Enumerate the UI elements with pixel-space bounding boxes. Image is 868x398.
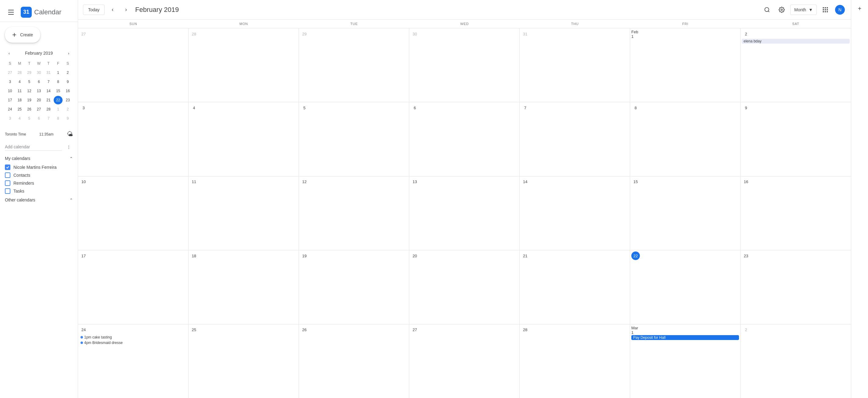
day-cell[interactable]: 6 <box>409 102 520 176</box>
mini-day-cell[interactable]: 15 <box>54 87 63 95</box>
mini-day-cell[interactable]: 5 <box>25 114 34 123</box>
day-number[interactable]: 19 <box>300 252 309 260</box>
day-number[interactable]: 4 <box>190 104 198 112</box>
calendar-item[interactable]: Contacts <box>5 171 73 179</box>
mini-day-cell[interactable]: 7 <box>44 78 53 86</box>
calendar-item[interactable]: Tasks <box>5 187 73 195</box>
day-number[interactable]: 30 <box>410 30 419 38</box>
mini-day-cell[interactable]: 1 <box>54 105 63 114</box>
mini-day-cell[interactable]: 4 <box>15 78 24 86</box>
day-number[interactable]: 9 <box>742 104 750 112</box>
mini-day-cell[interactable]: 3 <box>5 78 14 86</box>
day-cell[interactable]: 5 <box>299 102 409 176</box>
day-number[interactable]: 31 <box>521 30 529 38</box>
day-number[interactable]: 16 <box>742 178 750 186</box>
mini-day-cell[interactable]: 6 <box>34 78 43 86</box>
day-number[interactable]: 27 <box>410 326 419 334</box>
day-cell[interactable]: 18 <box>188 250 299 324</box>
my-calendars-toggle[interactable]: ⌃ <box>69 156 73 161</box>
day-cell[interactable]: Feb 1 <box>630 28 741 102</box>
day-number[interactable]: 7 <box>521 104 529 112</box>
mini-day-cell[interactable]: 26 <box>25 105 34 114</box>
day-cell[interactable]: 241pm cake tasting4pm Bridesmaid dresse <box>78 324 188 398</box>
mini-day-cell[interactable]: 2 <box>63 68 72 77</box>
event-item[interactable]: 4pm Bridesmaid dresse <box>79 340 187 345</box>
mini-day-cell[interactable]: 2 <box>63 105 72 114</box>
day-cell[interactable]: 19 <box>299 250 409 324</box>
day-cell[interactable]: 20 <box>409 250 520 324</box>
day-number[interactable]: Feb 1 <box>631 30 640 38</box>
calendar-item[interactable]: Nicole Martins Ferreira <box>5 163 73 171</box>
day-cell[interactable]: 9 <box>741 102 851 176</box>
prev-month-button[interactable]: ‹ <box>107 4 118 15</box>
day-cell[interactable]: 26 <box>299 324 409 398</box>
mini-day-cell[interactable]: 10 <box>5 87 14 95</box>
mini-day-cell[interactable]: 28 <box>44 105 53 114</box>
mini-day-cell[interactable]: 25 <box>15 105 24 114</box>
mini-day-cell[interactable]: 9 <box>63 78 72 86</box>
day-cell[interactable]: 2 <box>741 324 851 398</box>
mini-day-cell[interactable]: 19 <box>25 96 34 104</box>
mini-day-cell[interactable]: 3 <box>5 114 14 123</box>
day-cell[interactable]: 2elena bday <box>741 28 851 102</box>
day-cell[interactable]: 3 <box>78 102 188 176</box>
day-cell[interactable]: 10 <box>78 176 188 250</box>
day-number[interactable]: 15 <box>631 178 640 186</box>
calendar-checkbox[interactable] <box>5 172 10 178</box>
day-number[interactable]: 25 <box>190 326 198 334</box>
mini-day-cell[interactable]: 6 <box>34 114 43 123</box>
mini-day-cell[interactable]: 30 <box>34 68 43 77</box>
mini-day-cell[interactable]: 28 <box>15 68 24 77</box>
day-cell[interactable]: 12 <box>299 176 409 250</box>
mini-day-cell[interactable]: 18 <box>15 96 24 104</box>
my-calendars-title[interactable]: My calendars <box>5 156 30 161</box>
day-number[interactable]: 22 <box>631 252 640 260</box>
mini-day-cell[interactable]: 4 <box>15 114 24 123</box>
event-item[interactable]: 1pm cake tasting <box>79 335 187 340</box>
day-number[interactable]: 17 <box>79 252 88 260</box>
day-cell[interactable]: 4 <box>188 102 299 176</box>
day-number[interactable]: 28 <box>521 326 529 334</box>
mini-day-cell[interactable]: 20 <box>34 96 43 104</box>
day-number[interactable]: 27 <box>79 30 88 38</box>
day-number[interactable]: 10 <box>79 178 88 186</box>
day-number[interactable]: 23 <box>742 252 750 260</box>
day-cell[interactable]: 17 <box>78 250 188 324</box>
day-cell[interactable]: 31 <box>520 28 630 102</box>
mini-day-cell[interactable]: 23 <box>63 96 72 104</box>
day-cell[interactable]: 16 <box>741 176 851 250</box>
event-item[interactable]: elena bday <box>742 39 850 44</box>
day-number[interactable]: 6 <box>410 104 419 112</box>
mini-day-cell[interactable]: 1 <box>54 68 63 77</box>
day-number[interactable]: 18 <box>190 252 198 260</box>
mini-day-cell[interactable]: 24 <box>5 105 14 114</box>
mini-day-cell[interactable]: 5 <box>25 78 34 86</box>
mini-day-cell[interactable]: 16 <box>63 87 72 95</box>
mini-day-cell[interactable]: 12 <box>25 87 34 95</box>
day-cell[interactable]: 29 <box>299 28 409 102</box>
calendar-checkbox[interactable] <box>5 188 10 194</box>
day-number[interactable]: 11 <box>190 178 198 186</box>
day-cell[interactable]: 21 <box>520 250 630 324</box>
mini-day-cell[interactable]: 9 <box>63 114 72 123</box>
mini-day-cell[interactable]: 13 <box>34 87 43 95</box>
day-cell[interactable]: 28 <box>188 28 299 102</box>
mini-day-cell[interactable]: 27 <box>5 68 14 77</box>
day-number[interactable]: 2 <box>742 30 750 38</box>
day-cell[interactable]: 8 <box>630 102 741 176</box>
day-number[interactable]: 21 <box>521 252 529 260</box>
calendar-checkbox[interactable] <box>5 180 10 186</box>
day-cell[interactable]: 25 <box>188 324 299 398</box>
day-cell[interactable]: 7 <box>520 102 630 176</box>
apps-button[interactable] <box>819 4 831 16</box>
day-cell[interactable]: 23 <box>741 250 851 324</box>
expand-button[interactable]: + <box>854 2 866 15</box>
today-button[interactable]: Today <box>83 5 104 15</box>
mini-day-cell[interactable]: 11 <box>15 87 24 95</box>
mini-day-cell[interactable]: 8 <box>54 78 63 86</box>
day-cell[interactable]: 27 <box>78 28 188 102</box>
day-number[interactable]: 3 <box>79 104 88 112</box>
calendar-checkbox[interactable] <box>5 165 10 170</box>
day-cell[interactable]: 11 <box>188 176 299 250</box>
mini-prev-button[interactable]: ‹ <box>5 49 13 57</box>
